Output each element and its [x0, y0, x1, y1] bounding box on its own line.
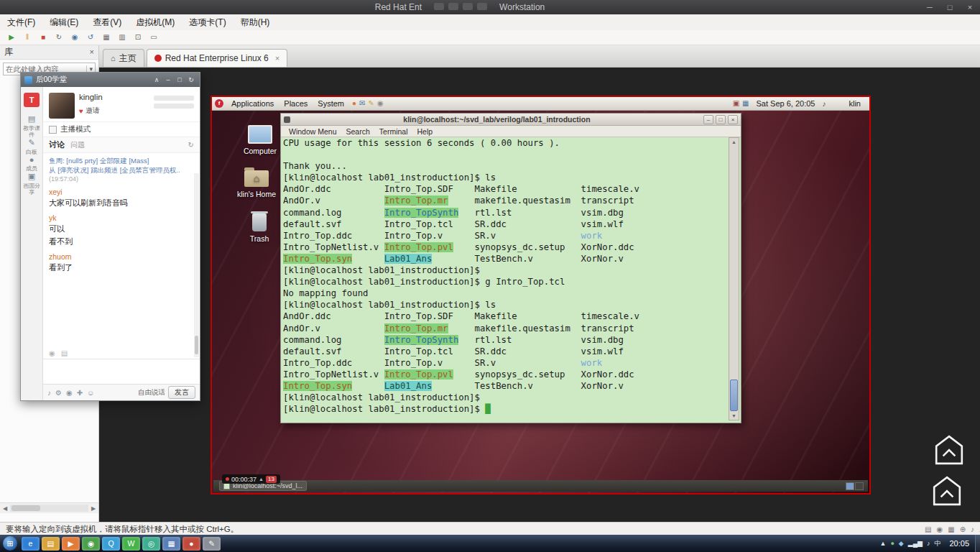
- vmware-workstation-icon[interactable]: ▦: [162, 537, 180, 551]
- terminal-scrollbar-thumb[interactable]: [730, 380, 738, 411]
- email-icon[interactable]: ✉: [359, 97, 365, 110]
- sound-icon[interactable]: ♪: [971, 525, 974, 533]
- close-button[interactable]: ×: [960, 3, 980, 12]
- security-tray-icon[interactable]: ◆: [899, 540, 904, 547]
- snapshot-icon[interactable]: ◉: [68, 32, 82, 43]
- chat-rail-screen-share[interactable]: ▣画面分享: [21, 172, 42, 196]
- chat-rail-courseware[interactable]: ▤教学课件: [21, 114, 42, 138]
- hand-raise-icon[interactable]: ✚: [77, 389, 83, 397]
- questions-tab[interactable]: 问题: [70, 140, 85, 150]
- recorder-tray-icon[interactable]: ●: [890, 540, 894, 547]
- menu-file[interactable]: 文件(F): [0, 14, 42, 30]
- minimize-icon[interactable]: –: [163, 76, 173, 83]
- refresh-icon[interactable]: ↻: [186, 76, 196, 83]
- show-desktop-button[interactable]: [975, 535, 980, 552]
- workspace-switcher[interactable]: [846, 482, 864, 490]
- reset-icon[interactable]: ↻: [52, 32, 66, 43]
- scroll-left-icon[interactable]: ◀: [0, 505, 10, 512]
- qq-icon[interactable]: Q: [102, 537, 120, 551]
- scrollbar-track[interactable]: [10, 505, 88, 512]
- menu-view[interactable]: 查看(V): [85, 14, 129, 30]
- menu-edit[interactable]: 编辑(E): [42, 14, 85, 30]
- library-horizontal-scrollbar[interactable]: ◀ ▶: [0, 502, 98, 513]
- mute-icon[interactable]: ◉: [49, 349, 55, 357]
- suspend-icon[interactable]: ‖: [20, 32, 34, 43]
- window-titlebar[interactable]: Red Hat Ent Workstation ─ □ ×: [0, 0, 980, 14]
- revert-snapshot-icon[interactable]: ↺: [83, 32, 98, 43]
- desktop-icon-home[interactable]: klin's Home: [230, 170, 283, 198]
- terminal-minimize-button[interactable]: –: [703, 115, 713, 124]
- show-console-icon[interactable]: ▥: [115, 32, 129, 43]
- attach-icon[interactable]: ▤: [61, 349, 68, 357]
- scroll-right-icon[interactable]: ▶: [88, 505, 98, 512]
- power-on-icon[interactable]: ▶: [4, 32, 19, 43]
- file-explorer-icon[interactable]: ▤: [42, 537, 60, 551]
- tab-vm-redhat[interactable]: Red Hat Enterprise Linux 6 ×: [147, 49, 288, 67]
- avatar[interactable]: [49, 93, 75, 119]
- terminal-menu-window[interactable]: Window Menu: [285, 127, 341, 136]
- terminal-menu-terminal[interactable]: Terminal: [375, 127, 412, 136]
- network-tray-icon[interactable]: ▂▄▆: [908, 540, 923, 547]
- emoji-icon[interactable]: ☺: [87, 389, 94, 397]
- desktop-icon-trash[interactable]: Trash: [233, 211, 286, 243]
- notepad-icon[interactable]: ✎: [203, 537, 221, 551]
- ime-indicator-icon[interactable]: 中: [934, 539, 940, 548]
- terminal-maximize-button[interactable]: □: [716, 115, 726, 124]
- input-method-icon[interactable]: ▣: [733, 97, 739, 110]
- speaker-icon[interactable]: ◉: [66, 389, 73, 397]
- notes-icon[interactable]: ✎: [368, 97, 374, 110]
- host-mode-icon[interactable]: [49, 126, 57, 134]
- speak-button[interactable]: 发言: [168, 386, 195, 399]
- volume-tray-icon[interactable]: ♪: [927, 540, 930, 547]
- menu-applications[interactable]: Applications: [228, 99, 277, 108]
- taskbar-clock[interactable]: 20:05: [949, 539, 969, 548]
- tab-close-icon[interactable]: ×: [275, 54, 279, 63]
- minimize-button[interactable]: ─: [920, 3, 940, 12]
- terminal-window[interactable]: klin@localhost:~/svd_lab/verilog/lab01_i…: [280, 113, 741, 423]
- scroll-up-icon[interactable]: ▲: [729, 138, 739, 146]
- vm-screen[interactable]: f ApplicationsPlacesSystem ●✉✎◉ ▣▦ Sat S…: [211, 96, 871, 494]
- chat-message-list[interactable]: 鱼周: [null5 prty] 全部限建 [Mass]从 [弹亮状况] 踢出频…: [43, 153, 200, 348]
- menu-system[interactable]: System: [314, 99, 348, 108]
- chat-window[interactable]: 后00学堂 ∧–□↻ T ▤教学课件✎白板●成员▣画面分享 kinglin ♥ …: [20, 72, 200, 401]
- overlay-upload-home-icon-2[interactable]: [932, 475, 962, 507]
- desktop-icon-computer[interactable]: Computer: [234, 125, 287, 155]
- terminal-close-button[interactable]: ×: [728, 115, 738, 124]
- invite-button[interactable]: ♥ 邀请: [79, 106, 103, 116]
- cdrom-icon[interactable]: ◉: [936, 525, 943, 533]
- volume-icon[interactable]: ♪: [822, 100, 826, 108]
- usb-device-icon[interactable]: ⊕: [960, 525, 966, 533]
- user-menu[interactable]: klin: [849, 99, 861, 108]
- terminal-scrollbar[interactable]: ▲ ▼: [729, 137, 739, 420]
- hidden-icons-icon[interactable]: ▲: [879, 540, 886, 547]
- firefox-icon[interactable]: ●: [352, 97, 356, 110]
- settings-icon[interactable]: ⚙: [55, 389, 62, 397]
- terminal-body[interactable]: CPU usage for this session 6 seconds ( 0…: [283, 137, 729, 420]
- wechat-icon[interactable]: W: [122, 537, 140, 551]
- snapshot-manager-icon[interactable]: ▦: [99, 32, 114, 43]
- internet-explorer-icon[interactable]: e: [22, 537, 40, 551]
- browser-360-icon[interactable]: ◎: [142, 537, 160, 551]
- chat-rail-members[interactable]: ●成员: [21, 155, 42, 172]
- menu-tabs[interactable]: 选项卡(T): [182, 14, 233, 30]
- media-player-icon[interactable]: ▶: [62, 537, 80, 551]
- broadcast-button[interactable]: T: [24, 93, 40, 107]
- library-close-icon[interactable]: ×: [90, 47, 94, 56]
- scroll-down-icon[interactable]: ▼: [729, 412, 739, 420]
- terminal-menu-search[interactable]: Search: [342, 127, 374, 136]
- harddisk-icon[interactable]: ▤: [925, 525, 931, 533]
- maximize-icon[interactable]: □: [175, 76, 185, 83]
- terminal-titlebar[interactable]: klin@localhost:~/svd_lab/verilog/lab01_i…: [281, 114, 741, 126]
- terminal-menu-help[interactable]: Help: [413, 127, 438, 136]
- menu-places[interactable]: Places: [280, 99, 311, 108]
- screen-recorder-icon[interactable]: ●: [182, 537, 200, 551]
- refresh-icon[interactable]: ↻: [188, 141, 194, 149]
- network-icon[interactable]: ▦: [742, 97, 749, 110]
- chat-scrollbar-thumb[interactable]: [195, 336, 198, 354]
- chat-input[interactable]: [43, 359, 200, 384]
- discussion-tab[interactable]: 讨论: [49, 139, 65, 150]
- menu-vm[interactable]: 虚拟机(M): [129, 14, 182, 30]
- maximize-button[interactable]: □: [940, 3, 960, 12]
- host-mode-label[interactable]: 主播模式: [60, 124, 91, 134]
- chat-titlebar[interactable]: 后00学堂 ∧–□↻: [21, 73, 200, 87]
